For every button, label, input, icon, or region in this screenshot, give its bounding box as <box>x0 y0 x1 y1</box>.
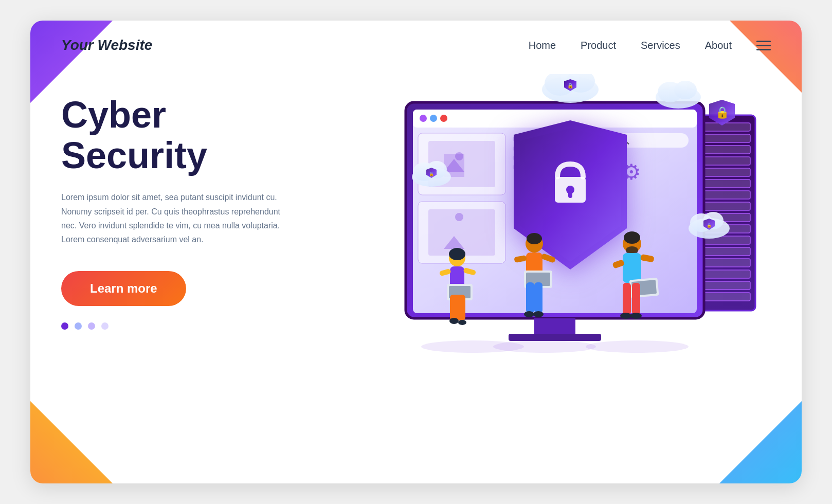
dot-4[interactable] <box>101 322 108 330</box>
nav-services[interactable]: Services <box>641 40 680 51</box>
svg-text:🔒: 🔒 <box>707 223 712 228</box>
main-content: Cyber Security Lorem ipsum dolor sit ame… <box>30 64 802 475</box>
site-logo: Your Website <box>61 37 152 53</box>
learn-more-button[interactable]: Learn more <box>61 271 186 306</box>
svg-rect-83 <box>534 282 542 313</box>
svg-point-32 <box>455 213 463 221</box>
dot-1-active[interactable] <box>61 322 68 330</box>
hero-title: Cyber Security <box>61 95 359 176</box>
header: Your Website Home Product Services About <box>30 21 802 64</box>
illustration-svg: 🔒 <box>370 74 761 424</box>
nav-about[interactable]: About <box>705 40 732 51</box>
nav-home[interactable]: Home <box>529 40 556 51</box>
dot-2[interactable] <box>75 322 82 330</box>
svg-point-96 <box>620 313 631 319</box>
svg-point-97 <box>630 313 642 319</box>
svg-text:🔒: 🔒 <box>429 171 434 176</box>
hamburger-menu-icon[interactable] <box>756 41 771 50</box>
svg-point-23 <box>430 115 437 122</box>
main-nav: Home Product Services About <box>529 40 771 51</box>
svg-point-85 <box>533 311 544 317</box>
svg-point-28 <box>455 152 463 160</box>
svg-rect-95 <box>632 283 640 315</box>
svg-rect-82 <box>526 282 534 313</box>
svg-point-24 <box>440 115 447 122</box>
svg-point-100 <box>586 340 689 353</box>
svg-text:🔒: 🔒 <box>715 105 729 119</box>
svg-text:🔒: 🔒 <box>567 82 574 89</box>
svg-point-22 <box>420 115 427 122</box>
svg-rect-46 <box>509 334 601 341</box>
svg-rect-88 <box>623 253 641 283</box>
svg-point-84 <box>524 311 534 317</box>
hero-illustration: 🔒 <box>359 74 771 475</box>
page-wrapper: Your Website Home Product Services About… <box>30 21 802 483</box>
svg-point-54 <box>674 81 697 99</box>
svg-rect-44 <box>568 190 572 198</box>
svg-rect-72 <box>450 295 465 320</box>
dot-3[interactable] <box>88 322 95 330</box>
svg-rect-94 <box>623 283 631 315</box>
hero-description: Lorem ipsum dolor sit amet, sea putant s… <box>61 190 287 246</box>
svg-point-99 <box>493 340 596 353</box>
svg-point-73 <box>449 318 459 324</box>
svg-point-74 <box>458 320 466 325</box>
svg-point-89 <box>624 231 640 244</box>
nav-product[interactable]: Product <box>581 40 616 51</box>
hero-title-line1: Cyber <box>61 94 166 135</box>
svg-point-77 <box>527 233 542 244</box>
svg-point-67 <box>449 248 465 260</box>
svg-rect-45 <box>534 318 575 334</box>
hero-left: Cyber Security Lorem ipsum dolor sit ame… <box>61 74 359 475</box>
carousel-dots <box>61 322 359 330</box>
hero-title-line2: Security <box>61 135 207 176</box>
